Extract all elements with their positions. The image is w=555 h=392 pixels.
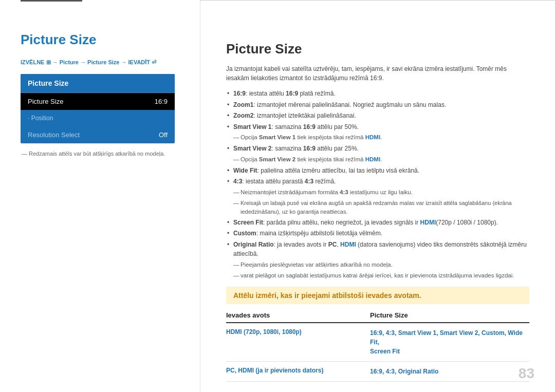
menu-item-value: Off xyxy=(159,131,168,139)
hdmi-resolutions: (720p, 1080i, 1080p) xyxy=(244,328,302,335)
bullet-list: 16:9: iestata attēlu 16:9 platā režīmā. … xyxy=(226,89,529,281)
table-cell-hdmi-label: HDMI (720p, 1080i, 1080p) xyxy=(226,328,370,335)
left-title: Picture Size xyxy=(21,32,179,48)
bullet-43: 4:3: iestata attēlu parastā 4:3 režīmā. xyxy=(226,177,529,186)
table-section: Ievades avots Picture Size HDMI (720p, 1… xyxy=(226,311,529,382)
breadcrumb-icon-menu: ⊞ xyxy=(46,59,52,65)
bullet-smartview1: Smart View 1: samazina 16:9 attēlu par 5… xyxy=(226,122,529,132)
bullet-zoom2: Zoom2: izmantojiet izteiktākai palielinā… xyxy=(226,111,529,121)
pc-note: (ja ir pievienots dators) xyxy=(255,367,323,374)
table-header: Ievades avots Picture Size xyxy=(226,311,529,323)
pc-text: PC, HDMI xyxy=(226,367,254,374)
breadcrumb-path: → Picture → Picture Size → IEVADĪT xyxy=(52,59,151,65)
highlight-box: Attēlu izmēri, kas ir pieejami atbilstoš… xyxy=(226,287,529,304)
bullet-smartview2: Smart View 2: samazina 16:9 attēlu par 2… xyxy=(226,144,529,154)
table-row: HDMI (720p, 1080i, 1080p) 16:9, 4:3, Sma… xyxy=(226,323,529,362)
breadcrumb: IZVĒLNE ⊞ → Picture → Picture Size → IEV… xyxy=(21,59,179,66)
page-number: 83 xyxy=(519,365,534,382)
menu-box: Picture Size Picture Size 16:9 · Positio… xyxy=(21,74,175,143)
table-row: PC, HDMI (ja ir pievienots dators) 16:9,… xyxy=(226,362,529,382)
left-panel: Picture Size IZVĒLNE ⊞ → Picture → Pictu… xyxy=(0,0,200,392)
top-rule-left xyxy=(21,0,82,2)
table-col1-header: Ievades avots xyxy=(226,311,370,319)
menu-item-resolution-select[interactable]: Resolution Select Off xyxy=(21,126,175,143)
right-title: Picture Size xyxy=(226,41,529,57)
menu-item-label: · Position xyxy=(28,115,53,122)
bullet-varat: varat pielāgot un saglabāt iestatījumus … xyxy=(226,271,529,281)
hdmi-text: HDMI xyxy=(226,328,242,335)
bullet-originalratio: Original Ratio: ja ievades avots ir PC, … xyxy=(226,240,529,259)
menu-item-label: Resolution Select xyxy=(28,131,80,139)
top-rule-right xyxy=(200,0,555,1)
menu-item-picture-size[interactable]: Picture Size 16:9 xyxy=(21,93,175,110)
bullet-zoom1: Zoom1: izmantojiet mērenai palielināšana… xyxy=(226,100,529,110)
bullet-smartview2-note: Opcija Smart View 2 tiek iespējota tikai… xyxy=(226,155,529,164)
bullet-43-note: Neizmantojiet izstrādājumam formāta 4:3 … xyxy=(226,188,529,197)
bullet-43-note2: Kreisajā un labajā pusē vai ekrāna augšā… xyxy=(226,199,529,216)
highlight-text: Attēlu izmēri, kas ir pieejami atbilstoš… xyxy=(233,291,421,300)
menu-title-bar: Picture Size xyxy=(21,74,175,93)
bullet-pieejamas: Pieejamās pieslēgvietas var atšķirties a… xyxy=(226,260,529,270)
intro-text: Ja izmantojat kabeli vai satelīta uztvēr… xyxy=(226,64,529,83)
bullet-smartview1-note: Opcija Smart View 1 tiek iespējota tikai… xyxy=(226,133,529,142)
bullet-screenfit: Screen Fit: parāda pilnu attēlu, neko ne… xyxy=(226,218,529,228)
table-col2-header: Picture Size xyxy=(370,311,529,319)
breadcrumb-enter-icon: ⏎ xyxy=(152,59,156,65)
table-cell-pc-label: PC, HDMI (ja ir pievienots dators) xyxy=(226,367,370,374)
menu-item-label: Picture Size xyxy=(28,98,63,105)
table-cell-hdmi-sizes: 16:9, 4:3, Smart View 1, Smart View 2, C… xyxy=(370,328,529,356)
bullet-custom: Custom: maina izšķirtspēju atbilstoši li… xyxy=(226,229,529,238)
bullet-169: 16:9: iestata attēlu 16:9 platā režīmā. xyxy=(226,89,529,99)
table-cell-pc-sizes: 16:9, 4:3, Original Ratio xyxy=(370,367,529,376)
left-note: Redzamais attēls var būt atšķirīgs atkar… xyxy=(21,151,179,157)
menu-item-position[interactable]: · Position xyxy=(21,110,175,126)
bullet-widefit: Wide Fit: palielina attēla izmēru attiec… xyxy=(226,166,529,176)
menu-item-value: 16:9 xyxy=(155,98,168,105)
right-panel: Picture Size Ja izmantojat kabeli vai sa… xyxy=(200,0,555,392)
breadcrumb-menu-label: IZVĒLNE xyxy=(21,59,44,65)
